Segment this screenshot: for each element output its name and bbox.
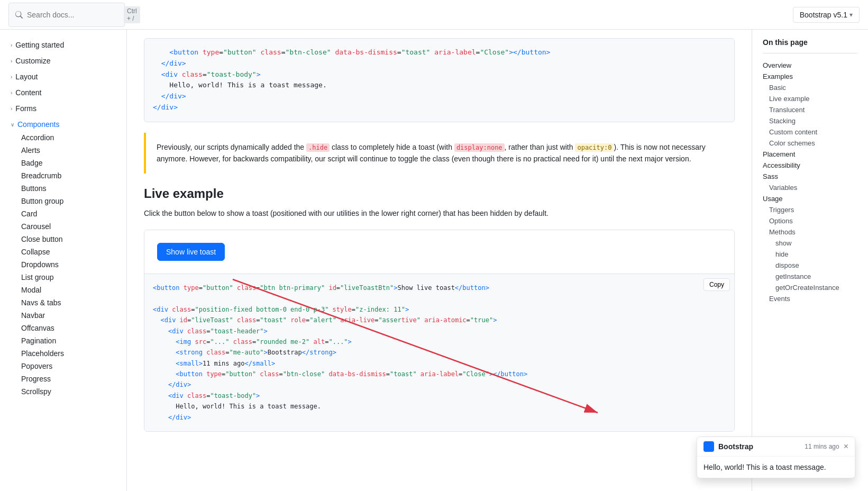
sidebar-components-sub: Accordion Alerts Badge Breadcrumb Button…: [0, 131, 126, 398]
sidebar-item-collapse[interactable]: Collapse: [17, 245, 126, 258]
toast-close-button[interactable]: ×: [844, 442, 848, 451]
sidebar-item-progress[interactable]: Progress: [17, 372, 126, 385]
sidebar-item-forms[interactable]: › Forms: [0, 102, 126, 115]
toc-usage[interactable]: Usage: [763, 193, 857, 204]
inline-code-opacity: opacity:0: [575, 143, 614, 152]
alert-text: Previously, our scripts dynamically adde…: [157, 141, 724, 165]
toc-examples-sub: Basic Live example Translucent Stacking …: [763, 82, 857, 149]
toc-custom-content[interactable]: Custom content: [769, 126, 857, 138]
toc-sass[interactable]: Sass: [763, 171, 857, 182]
toc-title: On this page: [763, 38, 857, 47]
toc-accessibility[interactable]: Accessibility: [763, 160, 857, 171]
topbar: Ctrl + / Bootstrap v5.1 ▾: [0, 0, 868, 30]
toc-options[interactable]: Options: [769, 215, 857, 226]
sidebar: › Getting started › Customize › Layout ›…: [0, 30, 127, 491]
toc-dispose[interactable]: dispose: [775, 260, 857, 271]
toc-color-schemes[interactable]: Color schemes: [769, 138, 857, 149]
toc-getinstance[interactable]: getInstance: [775, 271, 857, 282]
toc-divider: [763, 53, 857, 53]
sidebar-item-breadcrumb[interactable]: Breadcrumb: [17, 169, 126, 182]
toc-methods[interactable]: Methods: [769, 226, 857, 238]
main-content: <button type="button" class="btn-close" …: [127, 30, 752, 491]
sidebar-item-buttons[interactable]: Buttons: [17, 182, 126, 195]
sidebar-item-card[interactable]: Card: [17, 207, 126, 220]
chevron-right-icon: ›: [11, 58, 12, 64]
sidebar-item-label: Customize: [15, 57, 50, 65]
chevron-right-icon: ›: [11, 74, 12, 80]
sidebar-item-alerts[interactable]: Alerts: [17, 144, 126, 157]
sidebar-item-navs-tabs[interactable]: Navs & tabs: [17, 296, 126, 309]
sidebar-item-list-group[interactable]: List group: [17, 271, 126, 284]
toc-translucent[interactable]: Translucent: [769, 104, 857, 115]
copy-button[interactable]: Copy: [703, 278, 730, 291]
toc-stacking[interactable]: Stacking: [769, 115, 857, 126]
search-input[interactable]: [27, 11, 120, 19]
toast-body: Hello, world! This is a toast message.: [697, 457, 855, 478]
toc-variables[interactable]: Variables: [769, 182, 857, 193]
toc-hide[interactable]: hide: [775, 249, 857, 260]
sidebar-item-components[interactable]: ∨ Components: [0, 117, 126, 131]
live-example-box: Show live toast Copy <button type="butto…: [144, 230, 735, 432]
toc-methods-sub: show hide dispose getInstance getOrCreat…: [769, 238, 857, 293]
sidebar-item-pagination[interactable]: Pagination: [17, 334, 126, 347]
inline-code-display-none: display:none: [454, 143, 505, 152]
toc-getorcreateinstance[interactable]: getOrCreateInstance: [775, 282, 857, 293]
sidebar-item-close-button[interactable]: Close button: [17, 233, 126, 245]
toc-show[interactable]: show: [775, 238, 857, 249]
toc-examples[interactable]: Examples: [763, 71, 857, 82]
sidebar-item-content[interactable]: › Content: [0, 86, 126, 99]
show-live-toast-button[interactable]: Show live toast: [157, 243, 225, 261]
sidebar-item-getting-started[interactable]: › Getting started: [0, 38, 126, 52]
sidebar-item-modal[interactable]: Modal: [17, 284, 126, 296]
toast-container: Bootstrap 11 mins ago × Hello, world! Th…: [697, 437, 855, 478]
inline-code-hide: .hide: [306, 143, 330, 152]
toast-brand-icon: [703, 441, 714, 452]
sidebar-item-label: Getting started: [15, 41, 64, 49]
sidebar-item-label: Layout: [15, 72, 38, 81]
toast: Bootstrap 11 mins ago × Hello, world! Th…: [697, 437, 855, 478]
sidebar-item-layout[interactable]: › Layout: [0, 70, 126, 84]
sidebar-item-accordion[interactable]: Accordion: [17, 131, 126, 144]
alert-box: Previously, our scripts dynamically adde…: [144, 133, 735, 174]
section-description: Click the button below to show a toast (…: [144, 207, 735, 219]
toc-events[interactable]: Events: [769, 293, 857, 304]
search-box[interactable]: Ctrl + /: [8, 3, 125, 27]
chevron-down-icon: ∨: [11, 122, 14, 128]
version-label: Bootstrap v5.1: [800, 11, 847, 19]
chevron-right-icon: ›: [11, 42, 12, 48]
section-title-live-example: Live example: [144, 186, 735, 201]
code-below-live-example: Copy <button type="button" class="btn bt…: [144, 274, 734, 431]
toast-title: Bootstrap: [718, 442, 805, 451]
sidebar-item-badge[interactable]: Badge: [17, 157, 126, 169]
toast-time: 11 mins ago: [805, 443, 839, 450]
sidebar-item-button-group[interactable]: Button group: [17, 195, 126, 207]
chevron-right-icon: ›: [11, 90, 12, 96]
sidebar-item-placeholders[interactable]: Placeholders: [17, 347, 126, 360]
toc-placement[interactable]: Placement: [763, 149, 857, 160]
sidebar-item-offcanvas[interactable]: Offcanvas: [17, 322, 126, 334]
sidebar-item-scrollspy[interactable]: Scrollspy: [17, 385, 126, 398]
sidebar-item-label: Content: [15, 88, 41, 97]
toc-live-example[interactable]: Live example: [769, 93, 857, 104]
toc-triggers[interactable]: Triggers: [769, 204, 857, 215]
toc-basic[interactable]: Basic: [769, 82, 857, 93]
search-icon: [15, 11, 23, 19]
code-block-top: <button type="button" class="btn-close" …: [144, 38, 735, 122]
version-arrow-icon: ▾: [849, 11, 853, 19]
toc-usage-sub: Triggers Options Methods show hide dispo…: [763, 204, 857, 304]
toc-panel: On this page Overview Examples Basic Liv…: [752, 30, 868, 491]
version-select[interactable]: Bootstrap v5.1 ▾: [793, 7, 860, 23]
sidebar-item-popovers[interactable]: Popovers: [17, 360, 126, 372]
toc-sass-sub: Variables: [763, 182, 857, 193]
sidebar-item-label: Forms: [15, 104, 36, 113]
sidebar-item-carousel[interactable]: Carousel: [17, 220, 126, 233]
sidebar-item-customize[interactable]: › Customize: [0, 54, 126, 68]
sidebar-item-navbar[interactable]: Navbar: [17, 309, 126, 322]
chevron-right-icon: ›: [11, 106, 12, 112]
sidebar-item-dropdowns[interactable]: Dropdowns: [17, 258, 126, 271]
search-shortcut: Ctrl + /: [124, 6, 140, 23]
live-example-content: Show live toast: [144, 230, 734, 274]
toast-header: Bootstrap 11 mins ago ×: [697, 437, 855, 457]
toc-overview[interactable]: Overview: [763, 60, 857, 71]
sidebar-item-label: Components: [17, 120, 59, 129]
